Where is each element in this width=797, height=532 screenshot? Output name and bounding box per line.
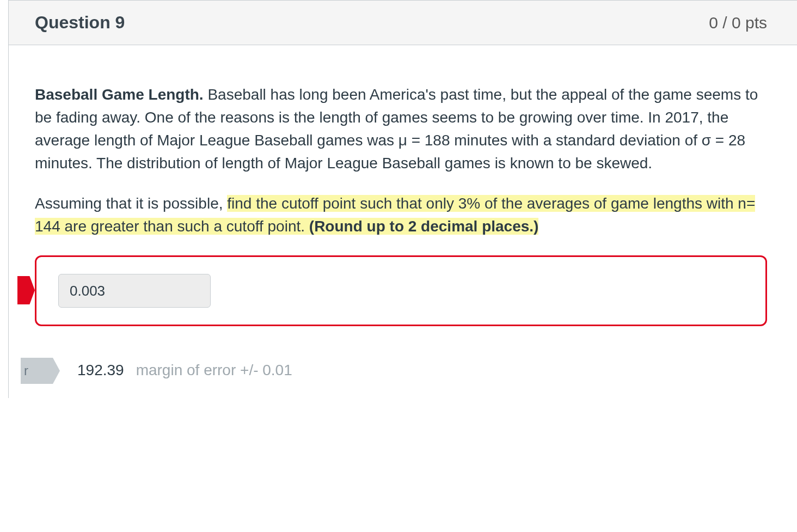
correct-answer-value: 192.39 bbox=[77, 359, 124, 382]
student-answer-input[interactable] bbox=[58, 274, 211, 308]
margin-of-error: margin of error +/- 0.01 bbox=[136, 359, 292, 382]
correct-answer-flag-icon: r bbox=[21, 358, 60, 384]
correct-answer-row: r 192.39 margin of error +/- 0.01 bbox=[35, 337, 767, 382]
para2-highlight-bold: (Round up to 2 decimal places.) bbox=[309, 218, 539, 235]
question-title: Question 9 bbox=[35, 13, 125, 33]
question-header: Question 9 0 / 0 pts bbox=[9, 0, 797, 45]
incorrect-answer-box bbox=[35, 255, 767, 326]
answer-container bbox=[35, 255, 767, 326]
question-paragraph-2: Assuming that it is possible, find the c… bbox=[35, 192, 767, 238]
question-points: 0 / 0 pts bbox=[709, 14, 767, 32]
correct-flag-text: r bbox=[24, 361, 28, 381]
lead-bold: Baseball Game Length. bbox=[35, 86, 204, 103]
incorrect-flag-icon bbox=[17, 276, 35, 304]
question-body: Baseball Game Length. Baseball has long … bbox=[9, 45, 797, 398]
question-paragraph-1: Baseball Game Length. Baseball has long … bbox=[35, 83, 767, 175]
para2-pre: Assuming that it is possible, bbox=[35, 195, 227, 212]
question-wrapper: Question 9 0 / 0 pts Baseball Game Lengt… bbox=[8, 0, 797, 398]
